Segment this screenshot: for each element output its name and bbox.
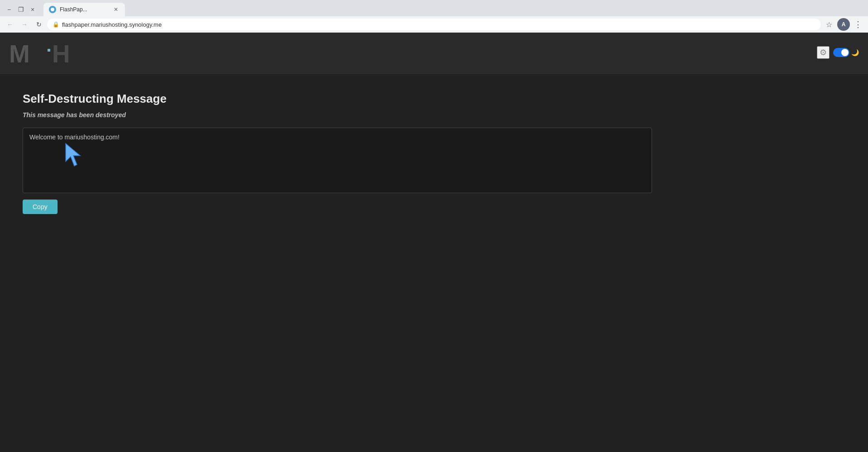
back-button[interactable]: ←: [4, 18, 16, 31]
message-wrapper: Welcome to mariushosting.com!: [23, 128, 845, 193]
destroyed-subtitle: This message has been destroyed: [23, 111, 845, 119]
message-box: Welcome to mariushosting.com!: [23, 128, 652, 193]
app-header: M H ⚙ 🌙: [0, 32, 868, 74]
dark-mode-toggle[interactable]: [833, 48, 849, 57]
security-icon: 🔒: [53, 21, 59, 28]
tab-group: FlashPap... ✕: [43, 3, 864, 16]
browser-toolbar: ← → ↻ 🔒 flashpaper.mariushosting.synolog…: [0, 16, 868, 33]
copy-button[interactable]: Copy: [23, 200, 58, 214]
forward-button[interactable]: →: [18, 18, 31, 31]
minimize-button[interactable]: −: [4, 4, 14, 15]
reload-button[interactable]: ↻: [33, 18, 45, 31]
window-controls: − ❐ ×: [4, 4, 38, 15]
tab-favicon: [49, 6, 56, 13]
active-tab[interactable]: FlashPap... ✕: [43, 3, 125, 16]
message-text: Welcome to mariushosting.com!: [29, 133, 120, 141]
moon-icon: 🌙: [851, 49, 859, 56]
url-text: flashpaper.mariushosting.synology.me: [62, 21, 162, 28]
tab-bar: − ❐ × FlashPap... ✕: [0, 0, 868, 16]
logo: M H: [9, 39, 82, 66]
logo-svg: M H: [9, 39, 82, 66]
address-bar[interactable]: 🔒 flashpaper.mariushosting.synology.me: [47, 19, 821, 30]
page-content: M H ⚙ 🌙 Self-Destructing Message This me…: [0, 32, 868, 452]
svg-text:M: M: [9, 40, 29, 66]
tab-title: FlashPap...: [60, 6, 109, 13]
settings-button[interactable]: ⚙: [817, 46, 830, 59]
bookmark-button[interactable]: ☆: [823, 18, 835, 31]
page-title: Self-Destructing Message: [23, 92, 845, 106]
dark-mode-toggle-container: 🌙: [833, 48, 859, 57]
profile-button[interactable]: A: [837, 18, 850, 31]
close-button[interactable]: ×: [27, 4, 38, 15]
restore-button[interactable]: ❐: [15, 4, 26, 15]
header-controls: ⚙ 🌙: [817, 46, 859, 59]
main-content: Self-Destructing Message This message ha…: [0, 74, 868, 232]
svg-text:H: H: [52, 40, 69, 66]
gear-icon: ⚙: [820, 48, 827, 57]
browser-chrome: − ❐ × FlashPap... ✕ ← → ↻ 🔒 flashpaper.m…: [0, 0, 868, 32]
svg-rect-1: [48, 49, 50, 52]
menu-button[interactable]: ⋮: [852, 18, 864, 31]
tab-close-button[interactable]: ✕: [112, 6, 120, 13]
